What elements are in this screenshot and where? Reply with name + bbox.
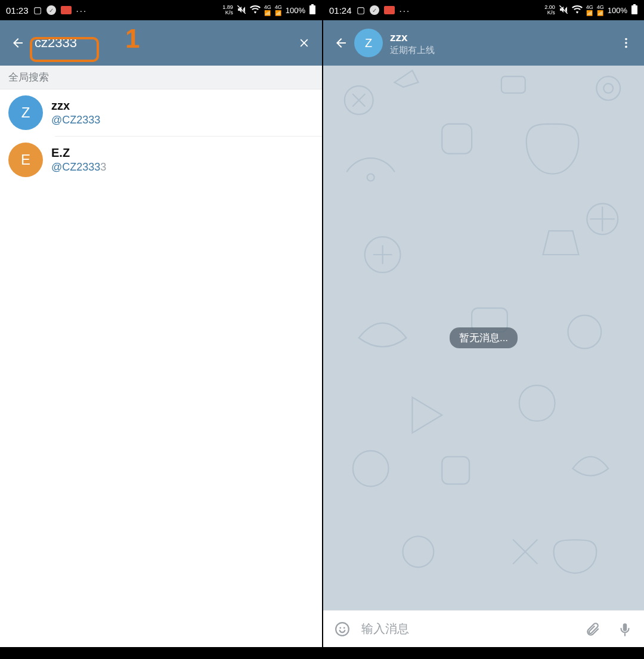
svg-point-17: [353, 451, 389, 487]
svg-point-16: [568, 315, 601, 349]
svg-point-21: [339, 627, 341, 629]
check-icon: ✓: [47, 5, 56, 15]
result-handle: @CZ23333: [51, 161, 106, 174]
empty-chat-label: 暂无消息...: [450, 327, 518, 348]
notification-icon: [384, 6, 395, 14]
back-button[interactable]: [328, 30, 354, 56]
result-name: E.Z: [51, 146, 106, 160]
svg-point-5: [625, 42, 627, 44]
result-handle: @CZ2333: [51, 114, 100, 126]
chat-app-bar: Z zzx 近期有上线: [323, 20, 644, 66]
avatar: E: [8, 143, 43, 177]
image-icon: ▢: [357, 5, 365, 16]
svg-point-19: [403, 536, 434, 567]
search-results: Z zzx @CZ2333 E E.Z @CZ23333: [0, 89, 322, 183]
signal-4g-1-icon: 4G📶: [264, 4, 271, 16]
more-status-icon: ···: [400, 5, 411, 16]
image-icon: ▢: [33, 5, 42, 16]
svg-rect-18: [442, 457, 469, 484]
svg-point-6: [625, 46, 627, 48]
more-options-button[interactable]: [613, 30, 639, 56]
mute-icon: [237, 5, 246, 16]
battery-pct: 100%: [286, 6, 305, 15]
svg-point-8: [596, 76, 620, 100]
screen-chat: 01:24 ▢ ✓ ··· 2.00 K/s 4G📶 4G📶: [322, 0, 644, 659]
net-rate: 2.00 K/s: [544, 5, 555, 16]
wifi-icon: [250, 5, 261, 16]
attach-button[interactable]: [580, 616, 606, 642]
svg-rect-10: [501, 76, 525, 93]
chat-body[interactable]: 暂无消息...: [323, 66, 644, 610]
signal-4g-2-icon: 4G📶: [275, 4, 282, 16]
avatar: Z: [354, 29, 383, 57]
mic-button[interactable]: [612, 616, 638, 642]
avatar: Z: [8, 95, 43, 130]
svg-point-20: [336, 623, 349, 636]
search-result-item[interactable]: E E.Z @CZ23333: [0, 137, 322, 183]
search-input[interactable]: [31, 32, 291, 54]
section-header-global-search: 全局搜索: [0, 66, 322, 89]
message-input[interactable]: [361, 622, 574, 636]
svg-rect-0: [309, 5, 315, 14]
svg-point-9: [603, 83, 613, 93]
signal-4g-2-icon: 4G📶: [597, 4, 604, 16]
wifi-icon: [572, 5, 583, 16]
search-app-bar: [0, 20, 322, 66]
status-time: 01:24: [329, 5, 352, 16]
svg-rect-23: [623, 623, 627, 631]
message-input-bar: [323, 610, 644, 647]
battery-icon: [309, 4, 316, 17]
chat-presence: 近期有上线: [390, 45, 435, 56]
back-button[interactable]: [5, 30, 31, 56]
result-name: zzx: [51, 99, 100, 113]
check-icon: ✓: [370, 5, 379, 15]
clear-search-button[interactable]: [291, 30, 317, 56]
screen-search: 01:23 ▢ ✓ ··· 1.89 K/s 4G📶 4G📶: [0, 0, 322, 659]
svg-rect-1: [311, 4, 314, 5]
android-nav-bar: [323, 647, 644, 659]
android-nav-bar: [0, 647, 322, 659]
svg-point-4: [625, 38, 627, 41]
chat-name: zzx: [390, 30, 435, 45]
svg-rect-2: [631, 5, 637, 14]
signal-4g-1-icon: 4G📶: [586, 4, 593, 16]
net-rate: 1.89 K/s: [222, 5, 233, 16]
notification-icon: [61, 6, 72, 14]
battery-icon: [631, 4, 638, 17]
status-bar: 01:23 ▢ ✓ ··· 1.89 K/s 4G📶 4G📶: [0, 0, 322, 20]
status-bar: 01:24 ▢ ✓ ··· 2.00 K/s 4G📶 4G📶: [323, 0, 644, 20]
chat-header-content[interactable]: Z zzx 近期有上线: [354, 29, 613, 57]
svg-point-11: [367, 174, 374, 181]
svg-rect-3: [633, 4, 636, 5]
more-status-icon: ···: [76, 5, 88, 16]
battery-pct: 100%: [608, 6, 627, 15]
status-time: 01:23: [6, 5, 29, 16]
svg-rect-12: [442, 124, 472, 154]
svg-point-22: [343, 627, 345, 629]
search-result-item[interactable]: Z zzx @CZ2333: [0, 89, 322, 136]
emoji-button[interactable]: [329, 616, 355, 642]
mute-icon: [559, 5, 568, 16]
